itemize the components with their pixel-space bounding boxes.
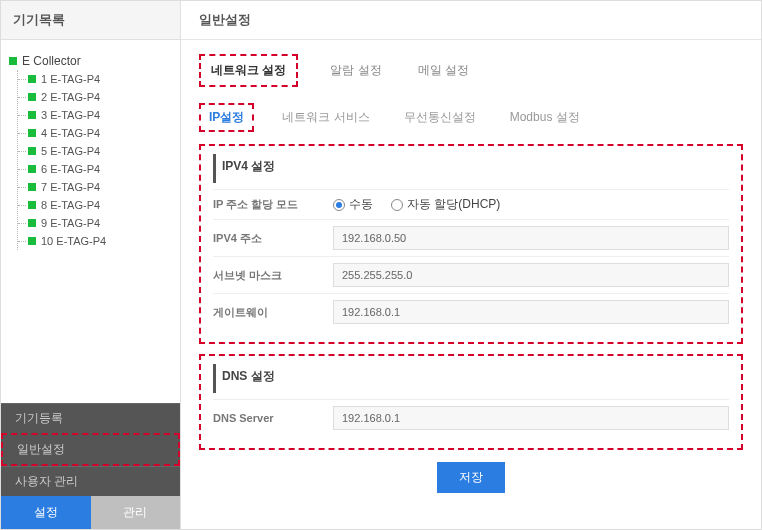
radio-manual[interactable]: 수동 xyxy=(333,196,373,213)
ipv4-section: IPV4 설정 IP 주소 할당 모드 수동 자동 할당(DHCP) xyxy=(199,144,743,344)
dns-section-title: DNS 설정 xyxy=(213,364,729,393)
label-dns-server: DNS Server xyxy=(213,412,333,424)
tree-item-label: 5 E-TAG-P4 xyxy=(41,145,100,157)
subtab-network-service[interactable]: 네트워크 서비스 xyxy=(276,105,375,130)
nav-device-register[interactable]: 기기등록 xyxy=(1,403,180,433)
sidebar-bottom-nav: 기기등록 일반설정 사용자 관리 설정 관리 xyxy=(1,403,180,529)
tree-item[interactable]: 8 E-TAG-P4 xyxy=(18,196,172,214)
status-icon xyxy=(28,75,36,83)
tree-item-label: 2 E-TAG-P4 xyxy=(41,91,100,103)
status-icon xyxy=(28,237,36,245)
tree-item[interactable]: 6 E-TAG-P4 xyxy=(18,160,172,178)
ip-mode-radio-group: 수동 자동 할당(DHCP) xyxy=(333,196,729,213)
sidebar-mode-tabs: 설정 관리 xyxy=(1,496,180,529)
nav-general-settings[interactable]: 일반설정 xyxy=(1,433,180,466)
status-icon xyxy=(28,183,36,191)
tree-children: 1 E-TAG-P4 2 E-TAG-P4 3 E-TAG-P4 4 E-TAG… xyxy=(17,70,172,250)
row-gateway: 게이트웨이 xyxy=(213,293,729,330)
input-dns-server[interactable] xyxy=(333,406,729,430)
status-icon xyxy=(28,165,36,173)
row-subnet-mask: 서브넷 마스크 xyxy=(213,256,729,293)
label-ip-mode: IP 주소 할당 모드 xyxy=(213,197,333,212)
tab-network-settings[interactable]: 네트워크 설정 xyxy=(199,54,298,87)
radio-manual-label: 수동 xyxy=(349,196,373,213)
row-ip-mode: IP 주소 할당 모드 수동 자동 할당(DHCP) xyxy=(213,189,729,219)
subtab-modbus[interactable]: Modbus 설정 xyxy=(504,105,586,130)
radio-icon xyxy=(391,199,403,211)
tree-item[interactable]: 5 E-TAG-P4 xyxy=(18,142,172,160)
tree-item[interactable]: 2 E-TAG-P4 xyxy=(18,88,172,106)
tree-item[interactable]: 3 E-TAG-P4 xyxy=(18,106,172,124)
tree-item-label: 7 E-TAG-P4 xyxy=(41,181,100,193)
label-gateway: 게이트웨이 xyxy=(213,305,333,320)
row-ipv4-address: IPV4 주소 xyxy=(213,219,729,256)
status-icon xyxy=(28,129,36,137)
row-dns-server: DNS Server xyxy=(213,399,729,436)
settings-category-tabs: 네트워크 설정 알람 설정 메일 설정 xyxy=(199,54,743,87)
tab-manage[interactable]: 관리 xyxy=(91,496,181,529)
tab-alarm-settings[interactable]: 알람 설정 xyxy=(326,56,385,85)
radio-dhcp[interactable]: 자동 할당(DHCP) xyxy=(391,196,500,213)
radio-icon xyxy=(333,199,345,211)
ipv4-section-title: IPV4 설정 xyxy=(213,154,729,183)
tree-item-label: 4 E-TAG-P4 xyxy=(41,127,100,139)
tree-item[interactable]: 4 E-TAG-P4 xyxy=(18,124,172,142)
tree-item-label: 1 E-TAG-P4 xyxy=(41,73,100,85)
device-tree: E Collector 1 E-TAG-P4 2 E-TAG-P4 3 E-TA… xyxy=(1,40,180,403)
tab-mail-settings[interactable]: 메일 설정 xyxy=(414,56,473,85)
input-gateway[interactable] xyxy=(333,300,729,324)
tree-item-label: 6 E-TAG-P4 xyxy=(41,163,100,175)
nav-user-management[interactable]: 사용자 관리 xyxy=(1,466,180,496)
sidebar: 기기목록 E Collector 1 E-TAG-P4 2 E-TAG-P4 3… xyxy=(1,1,181,529)
app-container: 기기목록 E Collector 1 E-TAG-P4 2 E-TAG-P4 3… xyxy=(0,0,762,530)
sidebar-title: 기기목록 xyxy=(1,1,180,40)
tree-item[interactable]: 10 E-TAG-P4 xyxy=(18,232,172,250)
subtab-ip[interactable]: IP설정 xyxy=(199,103,254,132)
tree-item-label: 9 E-TAG-P4 xyxy=(41,217,100,229)
save-button[interactable]: 저장 xyxy=(437,462,505,493)
network-sub-tabs: IP설정 네트워크 서비스 무선통신설정 Modbus 설정 xyxy=(199,103,743,132)
dns-section: DNS 설정 DNS Server xyxy=(199,354,743,450)
status-icon xyxy=(28,201,36,209)
tab-settings[interactable]: 설정 xyxy=(1,496,91,529)
input-subnet-mask[interactable] xyxy=(333,263,729,287)
tree-item-label: 10 E-TAG-P4 xyxy=(41,235,106,247)
label-ipv4-address: IPV4 주소 xyxy=(213,231,333,246)
main-panel: 일반설정 네트워크 설정 알람 설정 메일 설정 IP설정 네트워크 서비스 무… xyxy=(181,1,761,529)
input-ipv4-address[interactable] xyxy=(333,226,729,250)
tree-root[interactable]: E Collector xyxy=(9,52,172,70)
status-icon xyxy=(28,147,36,155)
radio-dhcp-label: 자동 할당(DHCP) xyxy=(407,196,500,213)
status-icon xyxy=(28,219,36,227)
tree-root-label: E Collector xyxy=(22,54,81,68)
tree-item[interactable]: 9 E-TAG-P4 xyxy=(18,214,172,232)
status-icon xyxy=(28,111,36,119)
status-icon xyxy=(9,57,17,65)
page-title: 일반설정 xyxy=(181,1,761,40)
tree-item[interactable]: 1 E-TAG-P4 xyxy=(18,70,172,88)
tree-item-label: 8 E-TAG-P4 xyxy=(41,199,100,211)
status-icon xyxy=(28,93,36,101)
label-subnet-mask: 서브넷 마스크 xyxy=(213,268,333,283)
tree-item-label: 3 E-TAG-P4 xyxy=(41,109,100,121)
subtab-wireless[interactable]: 무선통신설정 xyxy=(398,105,482,130)
save-row: 저장 xyxy=(199,462,743,493)
tree-item[interactable]: 7 E-TAG-P4 xyxy=(18,178,172,196)
main-body: 네트워크 설정 알람 설정 메일 설정 IP설정 네트워크 서비스 무선통신설정… xyxy=(181,40,761,507)
